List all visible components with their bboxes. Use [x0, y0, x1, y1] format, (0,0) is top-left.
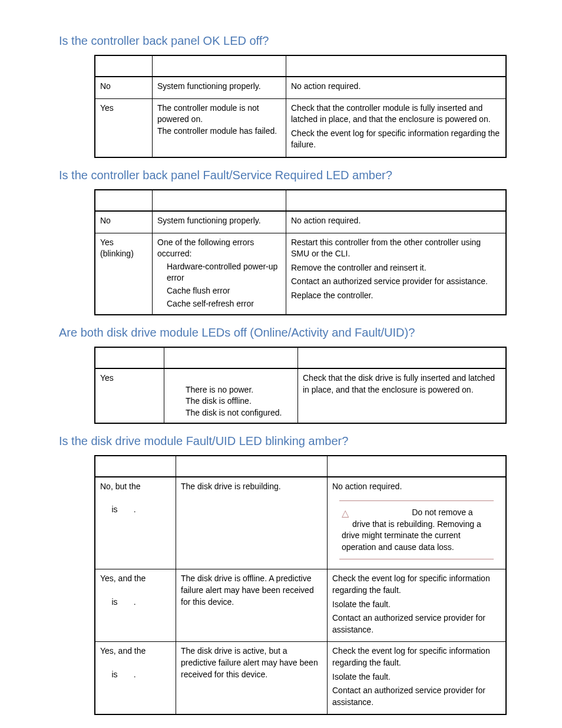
section-heading: Is the controller back panel OK LED off?: [59, 34, 509, 48]
meaning-cell: System functioning properly.: [153, 77, 286, 98]
table-row: YesThe controller module is not powered …: [95, 98, 506, 157]
answer-cell: Yes (blinking): [95, 233, 153, 315]
troubleshooting-table: Yes There is no power.The disk is offlin…: [94, 347, 507, 423]
meaning-cell: System functioning properly.: [153, 211, 286, 233]
meaning-cell: The disk drive is active, but a predicti…: [176, 642, 328, 714]
table-header-cell: [153, 190, 286, 211]
answer-cell: No, but the is .: [95, 477, 176, 569]
table-header-cell: [95, 55, 153, 77]
action-cell: Check the event log for specific informa…: [328, 569, 507, 642]
caution-box: △ Do not remove a drive that is rebuildi…: [339, 500, 494, 559]
table-row: No, but the is .The disk drive is rebuil…: [95, 477, 506, 569]
table-header-cell: [328, 456, 507, 477]
section-heading: Are both disk drive module LEDs off (Onl…: [59, 326, 509, 340]
caution-icon: △: [342, 507, 349, 520]
action-cell: No action required.: [286, 211, 507, 233]
answer-cell: No: [95, 211, 153, 233]
meaning-cell: The controller module is not powered on.…: [153, 98, 286, 157]
table-header-cell: [95, 347, 164, 368]
table-header-cell: [95, 456, 176, 477]
table-header-cell: [176, 456, 328, 477]
table-row: Yes (blinking)One of the following error…: [95, 233, 506, 315]
table-row: NoSystem functioning properly.No action …: [95, 211, 506, 233]
action-cell: No action required.: [286, 77, 507, 98]
troubleshooting-table: No, but the is .The disk drive is rebuil…: [94, 455, 507, 716]
section-heading: Is the disk drive module Fault/UID LED b…: [59, 434, 509, 448]
answer-cell: Yes: [95, 368, 164, 423]
meaning-sublist: Hardware-controlled power-up errorCache …: [167, 261, 281, 309]
table-row: Yes There is no power.The disk is offlin…: [95, 368, 506, 423]
caution-text: Do not remove a drive that is rebuilding…: [342, 508, 481, 552]
meaning-cell: The disk drive is offline. A predictive …: [176, 569, 328, 642]
table-header-cell: [164, 347, 298, 368]
answer-cell: Yes: [95, 98, 153, 157]
table-header-cell: [153, 55, 286, 77]
answer-cell: Yes, and the is .: [95, 642, 176, 714]
answer-cell: Yes, and the is .: [95, 569, 176, 642]
section-heading: Is the controller back panel Fault/Servi…: [59, 169, 509, 182]
action-cell: Check the event log for specific informa…: [328, 642, 507, 714]
meaning-cell: One of the following errors occurred:Har…: [153, 233, 286, 315]
meaning-cell: The disk drive is rebuilding.: [176, 477, 328, 569]
table-row: Yes, and the is .The disk drive is activ…: [95, 642, 506, 714]
table-header-cell: [298, 347, 507, 368]
action-cell: Check that the controller module is full…: [286, 98, 507, 157]
answer-cell: No: [95, 77, 153, 98]
troubleshooting-table: NoSystem functioning properly.No action …: [94, 55, 507, 158]
table-header-cell: [95, 190, 153, 211]
action-cell: No action required.△ Do not remove a dri…: [328, 477, 507, 569]
meaning-cell: There is no power.The disk is offline.Th…: [164, 368, 298, 423]
action-cell: Check that the disk drive is fully inser…: [298, 368, 507, 423]
table-row: NoSystem functioning properly.No action …: [95, 77, 506, 98]
table-header-cell: [286, 190, 507, 211]
troubleshooting-table: NoSystem functioning properly.No action …: [94, 189, 507, 315]
action-cell: Restart this controller from the other c…: [286, 233, 507, 315]
table-header-cell: [286, 55, 507, 77]
table-row: Yes, and the is .The disk drive is offli…: [95, 569, 506, 642]
